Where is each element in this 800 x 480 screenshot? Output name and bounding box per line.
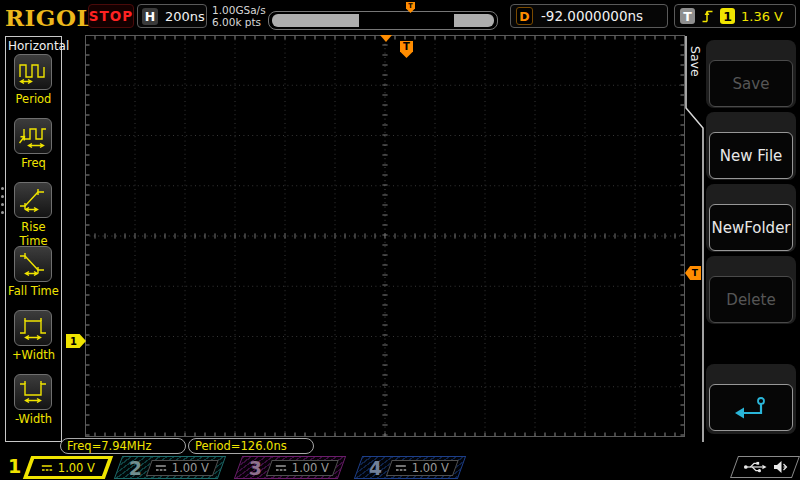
trigger-delay-readout: D -92.0000000ns	[510, 4, 668, 28]
trigger-source-badge: 1	[720, 8, 735, 24]
preview-waveform	[272, 14, 494, 27]
delay-value: -92.0000000ns	[541, 8, 643, 24]
softkey-well: Delete	[706, 256, 796, 324]
channel-2-number: 2	[129, 457, 142, 479]
horizontal-badge: H	[142, 8, 158, 25]
rigol-logo: RIGOL	[5, 4, 93, 31]
channel-4-scale: 1.00 V	[412, 461, 449, 475]
channel-4-status[interactable]: 4 1.00 V	[354, 456, 466, 479]
run-state-indicator: STOP	[88, 4, 134, 28]
softkey-well: Save	[706, 40, 796, 108]
dc-coupling-icon	[41, 464, 53, 472]
softkey-well	[706, 364, 796, 434]
sample-rate: 1.00GSa/s	[212, 5, 266, 17]
channel-2-status[interactable]: 2 1.00 V	[114, 456, 226, 479]
measurement-period: Period=126.0ns	[188, 438, 314, 454]
channel-3-number: 3	[249, 457, 262, 479]
preview-bar	[272, 14, 494, 27]
channel-1-status[interactable]: 1.00 V	[23, 456, 113, 479]
channel-4-number: 4	[369, 457, 382, 479]
memory-depth: 6.00k pts	[212, 17, 266, 29]
freq-icon	[14, 118, 52, 154]
oscilloscope-screen: RIGOL STOP H 200ns 1.00GSa/s 6.00k pts T…	[0, 0, 800, 480]
softkey-well: New File	[706, 112, 796, 180]
dc-coupling-icon	[275, 464, 287, 472]
menu-item-label: Freq	[6, 156, 61, 170]
channel-2-scale: 1.00 V	[172, 461, 209, 475]
trigger-level-value: 1.36 V	[741, 9, 783, 24]
measurement-freq: Freq=7.94MHz	[60, 438, 186, 454]
menu-item-label: Fall Time	[6, 284, 61, 298]
fall-time-icon	[14, 246, 52, 282]
new-folder-button[interactable]: NewFolder	[709, 204, 793, 251]
rise-time-icon	[14, 182, 52, 218]
dc-coupling-icon	[395, 464, 407, 472]
minus-width-icon	[14, 374, 52, 410]
ch1-ground-marker[interactable]: 1	[66, 334, 86, 348]
beeper-icon	[773, 460, 788, 474]
trigger-badge: T	[680, 8, 695, 24]
waveform-display	[85, 35, 685, 437]
menu-item-label: -Width	[6, 412, 61, 426]
horizontal-measure-menu: Horizontal Period	[5, 36, 62, 442]
period-icon	[14, 54, 52, 90]
timebase-value: 200ns	[165, 9, 205, 24]
channel-1-number[interactable]: 1	[8, 455, 21, 477]
usb-icon	[743, 461, 767, 473]
memory-waveform-preview[interactable]	[268, 11, 498, 30]
softkey-well: NewFolder	[706, 184, 796, 252]
graticule	[85, 35, 685, 437]
trigger-readout: T 1 1.36 V	[674, 4, 796, 28]
rising-edge-icon	[701, 8, 714, 25]
tab-save: Save	[688, 44, 704, 114]
delay-badge: D	[516, 7, 533, 25]
timebase-readout: H 200ns	[137, 4, 207, 28]
acquisition-readout: 1.00GSa/s 6.00k pts	[212, 5, 266, 28]
back-button[interactable]	[709, 384, 793, 431]
delete-button[interactable]: Delete	[709, 276, 793, 323]
menu-title: Horizontal	[8, 39, 69, 53]
channel-1-scale: 1.00 V	[58, 461, 95, 475]
dc-coupling-icon	[155, 464, 167, 472]
plus-width-icon	[14, 310, 52, 346]
back-arrow-icon	[731, 395, 771, 421]
menu-item-label: Rise Time	[6, 220, 61, 248]
channel-3-status[interactable]: 3 1.00 V	[234, 456, 346, 479]
channel-3-scale: 1.00 V	[292, 461, 329, 475]
trigger-position-marker[interactable]	[380, 35, 392, 42]
menu-item-label: Period	[6, 92, 61, 106]
new-file-button[interactable]: New File	[709, 132, 793, 179]
menu-item-label: +Width	[6, 348, 61, 362]
status-area	[730, 456, 800, 478]
save-button[interactable]: Save	[709, 60, 793, 107]
run-state-label: STOP	[89, 8, 133, 24]
